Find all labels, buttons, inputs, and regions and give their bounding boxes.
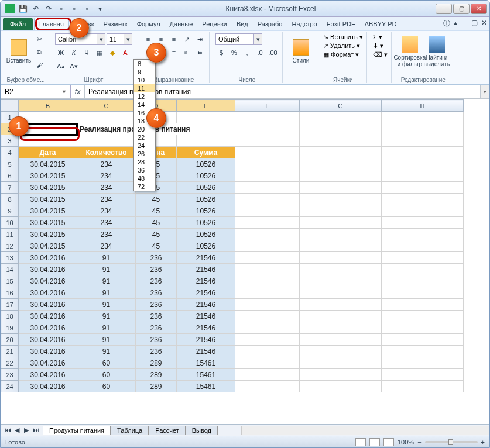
- cell[interactable]: [235, 381, 300, 392]
- cell[interactable]: 30.04.2016: [19, 357, 77, 369]
- sheet-nav-prev-icon[interactable]: ◀: [12, 426, 22, 434]
- insert-cells-button[interactable]: ↘ Вставить ▾: [323, 33, 363, 41]
- cell[interactable]: [300, 252, 382, 264]
- cell[interactable]: [382, 123, 464, 135]
- row-header[interactable]: 19: [1, 322, 19, 334]
- ribbon-tab[interactable]: Главная: [34, 18, 69, 30]
- cell[interactable]: [300, 194, 382, 205]
- cell[interactable]: [300, 287, 382, 299]
- cell[interactable]: [235, 205, 300, 217]
- sheet-nav-last-icon[interactable]: ⏭: [31, 426, 40, 434]
- cell[interactable]: [382, 158, 464, 170]
- cell[interactable]: 91: [77, 252, 136, 264]
- cell[interactable]: 15461: [177, 381, 235, 392]
- row-header[interactable]: 16: [1, 287, 19, 299]
- cell[interactable]: [300, 311, 382, 322]
- cell[interactable]: 21546: [177, 287, 235, 299]
- column-header[interactable]: E: [177, 100, 235, 112]
- cell[interactable]: [300, 240, 382, 252]
- cell[interactable]: [300, 158, 382, 170]
- sheet-tab[interactable]: Рассчет: [149, 426, 186, 435]
- align-bottom-button[interactable]: ≡: [168, 33, 180, 45]
- cell[interactable]: 10526: [177, 194, 235, 205]
- grow-font-button[interactable]: A▴: [55, 60, 67, 72]
- cell[interactable]: 91: [77, 287, 136, 299]
- cell[interactable]: [19, 135, 77, 147]
- qat-button[interactable]: ▫: [81, 3, 93, 15]
- cell[interactable]: [235, 158, 300, 170]
- minimize-ribbon-icon[interactable]: ▴: [454, 19, 457, 29]
- cell[interactable]: 91: [77, 275, 136, 287]
- ribbon-tab[interactable]: Формул: [132, 18, 165, 30]
- cell[interactable]: 30.04.2016: [19, 275, 77, 287]
- cell[interactable]: 45: [136, 205, 177, 217]
- row-header[interactable]: 14: [1, 264, 19, 275]
- cell[interactable]: [235, 112, 300, 123]
- cell[interactable]: 30.04.2015: [19, 229, 77, 240]
- cut-button[interactable]: ✂: [33, 33, 45, 45]
- cell[interactable]: [382, 346, 464, 357]
- cell[interactable]: 234: [77, 170, 136, 182]
- copy-button[interactable]: ⧉: [33, 46, 45, 58]
- font-size-option[interactable]: 24: [134, 142, 155, 150]
- sheet-tab[interactable]: Вывод: [186, 426, 218, 435]
- cell[interactable]: [235, 170, 300, 182]
- zoom-out-button[interactable]: −: [417, 439, 421, 446]
- cell[interactable]: 236: [136, 252, 177, 264]
- orientation-button[interactable]: ↗: [181, 33, 193, 45]
- bold-button[interactable]: Ж: [55, 47, 67, 58]
- cell[interactable]: 45: [136, 240, 177, 252]
- cell[interactable]: [235, 217, 300, 229]
- help-icon[interactable]: ⓘ: [443, 19, 450, 29]
- cell[interactable]: [235, 357, 300, 369]
- column-header[interactable]: C: [77, 100, 136, 112]
- wrap-text-button[interactable]: ⇥: [194, 33, 205, 45]
- cell[interactable]: 21546: [177, 299, 235, 311]
- expand-formula-icon[interactable]: ▾: [480, 85, 489, 98]
- minimize-button[interactable]: —: [436, 4, 452, 14]
- close-button[interactable]: ✕: [471, 4, 487, 14]
- qat-dropdown[interactable]: ▾: [94, 3, 106, 15]
- select-all-button[interactable]: [1, 100, 19, 112]
- cell[interactable]: [235, 369, 300, 381]
- italic-button[interactable]: К: [68, 47, 80, 58]
- cell[interactable]: [300, 182, 382, 194]
- cell[interactable]: [235, 147, 300, 158]
- font-size-input[interactable]: [107, 36, 124, 43]
- cell[interactable]: [300, 170, 382, 182]
- page-layout-button[interactable]: [369, 438, 380, 446]
- save-button[interactable]: 💾: [17, 3, 29, 15]
- font-size-option[interactable]: 28: [134, 158, 155, 166]
- cell[interactable]: 30.04.2016: [19, 369, 77, 381]
- fill-button[interactable]: ⬇ ▾: [373, 42, 383, 50]
- cell[interactable]: [300, 264, 382, 275]
- cell[interactable]: [235, 299, 300, 311]
- cell[interactable]: 234: [77, 229, 136, 240]
- redo-button[interactable]: ↷: [43, 3, 54, 15]
- cell[interactable]: 91: [77, 322, 136, 334]
- comma-button[interactable]: ,: [241, 47, 253, 58]
- border-button[interactable]: ▦: [94, 47, 105, 58]
- cell[interactable]: [382, 357, 464, 369]
- cell[interactable]: 236: [136, 287, 177, 299]
- cell[interactable]: 60: [77, 369, 136, 381]
- cell[interactable]: 30.04.2015: [19, 240, 77, 252]
- cell[interactable]: 91: [77, 299, 136, 311]
- paste-button[interactable]: Вставить: [6, 33, 31, 70]
- cell[interactable]: 91: [77, 346, 136, 357]
- cell[interactable]: [382, 112, 464, 123]
- cell[interactable]: [382, 299, 464, 311]
- cell[interactable]: [382, 264, 464, 275]
- wb-min-icon[interactable]: —: [461, 19, 468, 29]
- cell[interactable]: 30.04.2016: [19, 287, 77, 299]
- cell[interactable]: 21546: [177, 334, 235, 346]
- ribbon-tab[interactable]: Данные: [165, 18, 198, 30]
- cell[interactable]: [300, 275, 382, 287]
- font-size-option[interactable]: 12: [134, 92, 155, 101]
- column-header[interactable]: G: [300, 100, 382, 112]
- styles-button[interactable]: Стили: [289, 33, 313, 70]
- table-header-cell[interactable]: Количество: [77, 147, 136, 158]
- cell[interactable]: [382, 170, 464, 182]
- cell[interactable]: 30.04.2016: [19, 346, 77, 357]
- cell[interactable]: [235, 240, 300, 252]
